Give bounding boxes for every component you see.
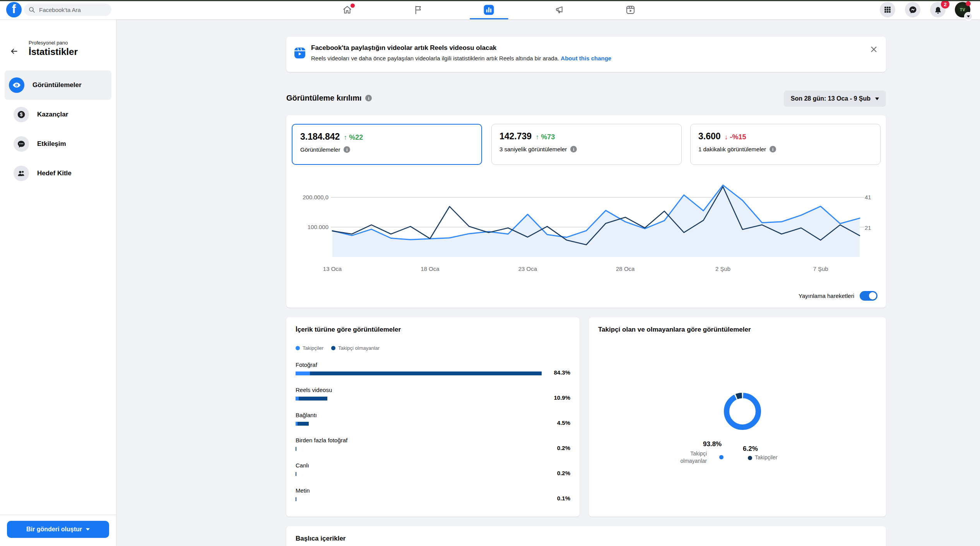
non-followers-bar-segment — [296, 447, 296, 451]
content-type-label: Fotoğraf — [296, 361, 317, 368]
followers-split-card: Takipçi olan ve olmayanlara göre görüntü… — [589, 317, 886, 517]
legend-non-followers: Takipçi olmayanlar — [331, 345, 380, 351]
content-type-bar — [296, 497, 296, 501]
content-type-bar — [296, 472, 296, 476]
publishing-activity-toggle-row: Yayınlama hareketleri — [799, 291, 877, 301]
x-axis-tick: 18 Oca — [421, 265, 440, 272]
banner-link[interactable]: About this change — [561, 55, 611, 62]
tab-ads[interactable] — [524, 0, 595, 19]
stat-delta: ↑ %73 — [535, 133, 555, 141]
info-icon[interactable] — [344, 146, 350, 153]
sidebar-footer: Bir gönderi oluştur — [0, 515, 116, 546]
banner-close-button[interactable] — [868, 44, 879, 55]
section-title: Görüntüleme kırılımı — [286, 94, 372, 103]
tab-pages[interactable] — [383, 0, 453, 19]
x-axis-tick: 23 Oca — [518, 265, 537, 272]
stat-card-3s-views[interactable]: 142.739 ↑ %73 3 saniyelik görüntülemeler — [491, 124, 682, 165]
content-type-percentage: 0.2% — [557, 470, 570, 476]
back-button[interactable] — [9, 46, 19, 56]
sidebar-item-etkilesim[interactable]: Etkileşim — [5, 129, 111, 159]
info-icon[interactable] — [570, 146, 577, 152]
stat-label: 1 dakikalık görüntülemeler — [698, 146, 766, 152]
megaphone-icon — [554, 5, 565, 15]
sidebar-item-label: Görüntülemeler — [32, 81, 82, 89]
followers-dot-icon — [748, 456, 752, 460]
banner-title: Facebook'ta paylaştığın videolar artık R… — [311, 44, 496, 52]
y-axis-tick-right: 21 — [865, 224, 871, 231]
chat-bubble-icon — [14, 136, 29, 152]
content-type-percentage: 0.2% — [557, 445, 570, 451]
create-post-button[interactable]: Bir gönderi oluştur — [7, 521, 109, 538]
chevron-down-icon — [967, 15, 970, 17]
main-nav-tabs — [312, 0, 666, 19]
views-breakdown-card: 3.184.842 ↑ %22 Görüntülemeler 142.739 ↑… — [286, 115, 886, 308]
y-axis-tick: 200.000,0 — [303, 194, 328, 200]
date-range-selector[interactable]: Son 28 gün: 13 Oca - 9 Şub — [784, 91, 886, 107]
reels-badge-icon — [294, 47, 306, 60]
stat-card-1min-views[interactable]: 3.600 ↓ -%15 1 dakikalık görüntülemeler — [690, 124, 881, 165]
publishing-activity-toggle[interactable] — [860, 291, 877, 301]
followers-donut-chart — [719, 388, 766, 435]
section-header: Görüntüleme kırılımı Son 28 gün: 13 Oca … — [286, 91, 886, 109]
stat-card-views[interactable]: 3.184.842 ↑ %22 Görüntülemeler — [292, 124, 482, 165]
card-title: İçerik türüne göre görüntülemeler — [296, 326, 401, 334]
stat-value: 3.184.842 — [300, 132, 340, 142]
content-type-label: Reels videosu — [296, 387, 332, 393]
content-type-percentage: 10.9% — [554, 394, 570, 401]
non-followers-dot-icon — [331, 346, 335, 350]
sidebar-item-label: Etkileşim — [37, 140, 66, 148]
caret-down-icon — [86, 528, 90, 531]
facebook-logo[interactable]: f — [6, 2, 22, 17]
messenger-icon — [908, 5, 917, 14]
screen-top-strip — [0, 0, 980, 1]
search-input[interactable] — [38, 6, 106, 14]
followers-dot-icon — [296, 346, 300, 350]
stat-delta: ↑ %22 — [344, 134, 363, 142]
info-icon[interactable] — [365, 95, 372, 101]
content-type-percentage: 84.3% — [554, 369, 570, 376]
bar-chart-icon — [484, 5, 494, 15]
profile-notification-dot — [966, 1, 971, 6]
sidebar: Profesyonel pano İstatistikler Görüntüle… — [0, 19, 116, 546]
page-title: İstatistikler — [29, 46, 78, 57]
non-followers-dot-icon — [719, 455, 723, 459]
apps-menu-button[interactable] — [880, 2, 895, 17]
tab-home[interactable] — [312, 0, 383, 19]
home-notification-dot — [351, 3, 355, 8]
followers-label: Takipçiler — [755, 454, 777, 461]
content-type-bars: Fotoğraf84.3%Reels videosu10.9%Bağlantı4… — [296, 359, 570, 510]
non-followers-percentage: 93.8% — [703, 440, 722, 448]
non-followers-label: Takipçi olmayanlar — [668, 450, 707, 465]
tab-insights-active[interactable] — [453, 0, 524, 19]
non-followers-bar-segment — [296, 472, 296, 476]
y-axis-tick-right: 41 — [865, 194, 871, 200]
sidebar-item-kazanclar[interactable]: $ Kazançlar — [5, 100, 111, 129]
x-axis-tick: 2 Şub — [715, 265, 730, 272]
content-type-label: Birden fazla fotoğraf — [296, 437, 347, 443]
content-type-row: Birden fazla fotoğraf0.2% — [296, 435, 570, 460]
content-type-bar — [296, 371, 542, 375]
non-followers-bar-segment — [310, 371, 542, 375]
non-followers-bar-segment — [298, 422, 309, 426]
search-bar[interactable] — [24, 3, 111, 16]
account-menu-chevron[interactable] — [964, 12, 973, 21]
content-type-bar — [296, 447, 296, 451]
topbar: f — [0, 0, 980, 19]
info-icon[interactable] — [770, 146, 776, 152]
followers-bar-segment — [296, 397, 299, 401]
x-axis-tick: 7 Şub — [813, 265, 828, 272]
tab-reels[interactable] — [595, 0, 666, 19]
notification-badge: 2 — [941, 0, 949, 9]
sidebar-item-goruntulemeler[interactable]: Görüntülemeler — [5, 70, 111, 100]
sidebar-item-hedef-kitle[interactable]: Hedef Kitle — [5, 159, 111, 188]
top-content-card: Başlıca içerikler — [286, 526, 886, 546]
content-type-percentage: 4.5% — [557, 419, 570, 426]
back-arrow-icon — [10, 47, 18, 55]
active-tab-underline — [470, 18, 508, 19]
search-icon — [29, 7, 35, 13]
eye-icon — [9, 77, 24, 93]
messenger-button[interactable] — [905, 2, 920, 17]
sidebar-item-label: Kazançlar — [37, 111, 68, 118]
flag-icon — [413, 5, 423, 15]
content-type-bar — [296, 422, 309, 426]
